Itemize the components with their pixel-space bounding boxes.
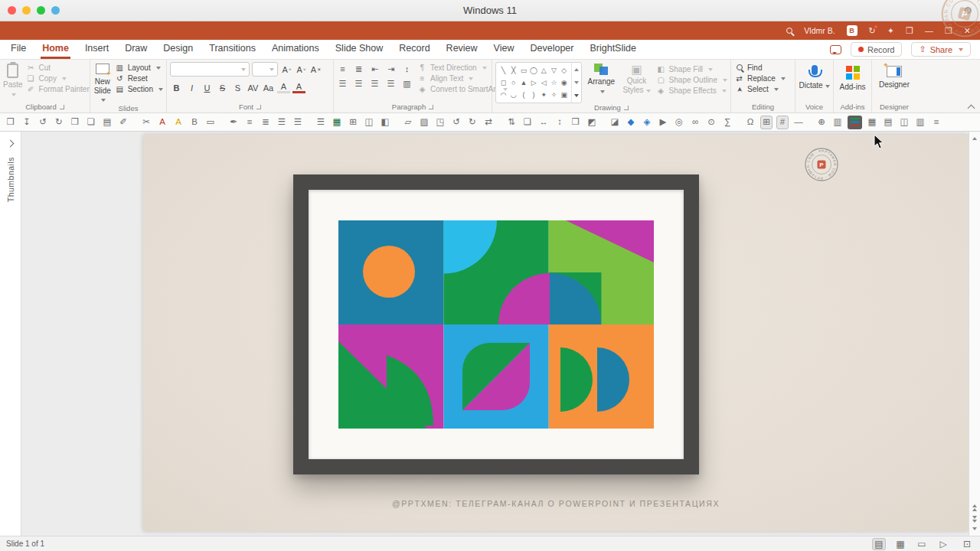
merge-cells-icon[interactable]: ◫ <box>898 116 910 129</box>
bring-to-front-icon[interactable]: ◩ <box>586 116 598 129</box>
scroll-up-arrow[interactable] <box>972 135 977 142</box>
justify-icon[interactable]: ☰ <box>385 79 397 89</box>
cut-button[interactable]: ✂Cut <box>26 64 90 72</box>
rotate-right-icon[interactable]: ↻ <box>466 116 479 129</box>
shape-icon[interactable]: ▭ <box>518 67 528 74</box>
window-layout-icon[interactable]: ❒ <box>906 27 913 35</box>
shape-icon[interactable]: ◡ <box>508 91 518 99</box>
format-painter-button[interactable]: ✐Format Painter <box>26 85 90 93</box>
dialog-launcher-icon[interactable] <box>624 106 629 110</box>
fit-slide-to-window-icon[interactable]: ⊡ <box>960 538 974 550</box>
dialog-launcher-icon[interactable] <box>429 105 433 109</box>
grid-toggle-icon[interactable]: ⊞ <box>760 116 773 129</box>
comments-icon[interactable] <box>830 45 841 54</box>
flip-vertical-icon[interactable]: ⇅ <box>505 116 518 129</box>
next-slide-button[interactable] <box>972 514 977 525</box>
sync-status-icon[interactable]: ↻ <box>869 27 876 35</box>
shape-outline-button[interactable]: ▢Shape Outline <box>656 76 727 84</box>
link-icon[interactable]: ∞ <box>689 116 701 129</box>
bullets-icon[interactable]: ≡ <box>337 64 348 74</box>
send-to-back-icon[interactable]: ◪ <box>609 116 621 129</box>
reading-view-icon[interactable]: ▭ <box>915 538 929 550</box>
italic-button[interactable]: I <box>185 81 198 94</box>
scroll-down-icon[interactable] <box>574 81 579 84</box>
wand-icon[interactable]: ✦ <box>887 27 894 35</box>
distribute-columns-icon[interactable]: ▥ <box>914 116 926 129</box>
font-color-icon[interactable]: A <box>156 116 168 129</box>
tab-record[interactable]: Record <box>397 40 431 59</box>
copy-icon[interactable]: ❏ <box>85 116 97 129</box>
print-icon[interactable]: ❐ <box>69 116 81 129</box>
shape-icon[interactable]: ╲ <box>498 67 508 74</box>
audio-icon[interactable]: ◎ <box>673 116 685 129</box>
dialog-launcher-icon[interactable] <box>60 105 64 109</box>
slide[interactable]: PPTXMAN.COM - PPTXMAN.COM - PPTXMAN.COM … <box>143 135 969 531</box>
numbering-icon[interactable]: ≣ <box>353 64 364 74</box>
tab-file[interactable]: File <box>9 40 28 59</box>
image-icon[interactable]: ▨ <box>418 116 430 129</box>
align-left-icon[interactable]: ☰ <box>337 79 348 89</box>
shape-icon[interactable]: ◠ <box>498 91 508 99</box>
paste-button[interactable]: Paste <box>3 62 23 98</box>
tab-review[interactable]: Review <box>445 40 479 59</box>
shape-icon[interactable]: ) <box>529 91 539 99</box>
quick-styles-button[interactable]: ▣ Quick Styles <box>620 62 652 94</box>
slideshow-icon[interactable]: ▷ <box>936 538 950 550</box>
bullets-icon[interactable]: ≡ <box>243 116 256 129</box>
smartart-icon[interactable]: ◈ <box>641 116 653 129</box>
shape-icon[interactable]: ✦ <box>539 91 549 99</box>
insert-rows-icon[interactable]: ⊞ <box>347 116 359 129</box>
new-slide-button[interactable]: New Slide <box>93 62 112 104</box>
change-case-button[interactable]: Aa <box>262 81 275 94</box>
group-objects-icon[interactable]: ❒ <box>570 116 582 129</box>
font-color-button[interactable]: A <box>292 82 305 93</box>
guides-toggle-icon[interactable]: # <box>776 116 789 129</box>
align-center-icon[interactable]: ☰ <box>353 79 364 89</box>
shape-icon[interactable]: ◁ <box>539 79 549 86</box>
text-highlight-button[interactable]: A <box>277 82 290 93</box>
slide-sorter-view-icon[interactable]: ▦ <box>893 538 907 550</box>
table-icon[interactable]: ▦ <box>331 116 343 129</box>
copy-button[interactable]: ❏Copy <box>26 74 90 83</box>
align-right-icon[interactable]: ☰ <box>369 79 381 89</box>
grow-font-button[interactable]: A˄ <box>280 63 293 76</box>
theme-colors-icon[interactable] <box>848 116 862 129</box>
table-style-icon[interactable]: ▦ <box>866 116 878 129</box>
replace-button[interactable]: ⇄Replace <box>734 74 786 83</box>
increase-indent-icon[interactable]: ⇥ <box>385 64 397 74</box>
clear-formatting-button[interactable]: A✕ <box>309 63 322 76</box>
tab-design[interactable]: Design <box>162 40 194 59</box>
dictate-button[interactable]: Dictate <box>799 62 830 90</box>
find-button[interactable]: Find <box>734 64 786 72</box>
distribute-horizontal-icon[interactable]: ↔ <box>537 116 550 129</box>
cell-margins-icon[interactable]: ▤ <box>882 116 894 129</box>
previous-slide-button[interactable] <box>972 502 977 514</box>
scroll-down-arrow[interactable] <box>972 525 977 533</box>
section-button[interactable]: ▤Section <box>115 85 163 93</box>
shape-icon[interactable]: ╳ <box>508 67 518 74</box>
scroll-up-icon[interactable] <box>574 68 579 71</box>
line-spacing-icon[interactable]: ↕ <box>401 64 413 74</box>
shape-gallery[interactable]: ╲╳▭◯△▽◇◻○▲▷◁☆◉◠◡()✦✧▣ <box>495 62 582 103</box>
character-spacing-button[interactable]: AV <box>247 81 260 94</box>
more-commands-icon[interactable]: ≡ <box>930 116 942 129</box>
open-file-icon[interactable]: ❒ <box>5 116 17 129</box>
borders-icon[interactable]: ◫ <box>363 116 375 129</box>
align-center-icon[interactable]: ☰ <box>292 116 304 129</box>
shape-icon[interactable]: ▽ <box>549 67 559 74</box>
bold-button[interactable]: B <box>170 81 183 94</box>
addins-button[interactable]: Add-ins <box>837 62 868 92</box>
selection-pane-icon[interactable]: ▥ <box>831 116 844 129</box>
tab-transitions[interactable]: Transitions <box>207 40 257 59</box>
shape-icon[interactable]: ◉ <box>559 79 569 86</box>
search-icon[interactable] <box>786 28 792 34</box>
normal-view-icon[interactable]: ▤ <box>872 538 886 550</box>
collapse-ribbon-chevron[interactable] <box>968 103 974 109</box>
columns-icon[interactable]: ▥ <box>401 79 413 89</box>
shape-icon[interactable]: ◇ <box>559 67 569 74</box>
snap-to-grid-icon[interactable]: ⊕ <box>815 116 828 129</box>
comment-icon[interactable]: ⊙ <box>705 116 717 129</box>
tab-animations[interactable]: Animations <box>270 40 321 59</box>
eyedropper-icon[interactable]: ✒ <box>227 116 240 129</box>
crop-icon[interactable]: ◳ <box>434 116 446 129</box>
